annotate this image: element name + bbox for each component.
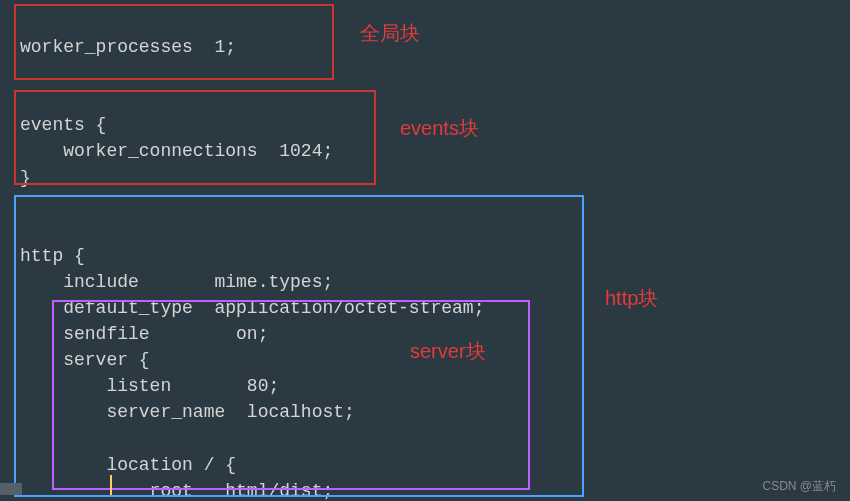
watermark: CSDN @蓝朽 <box>762 478 836 495</box>
annotation-box-server <box>52 300 530 490</box>
label-global: 全局块 <box>360 20 420 47</box>
label-events: events块 <box>400 115 479 142</box>
annotation-box-events <box>14 90 376 185</box>
annotation-box-global <box>14 4 334 80</box>
label-server: server块 <box>410 338 486 365</box>
scrollbar-thumb[interactable] <box>0 483 22 495</box>
label-http: http块 <box>605 285 658 312</box>
text-cursor <box>110 475 112 495</box>
